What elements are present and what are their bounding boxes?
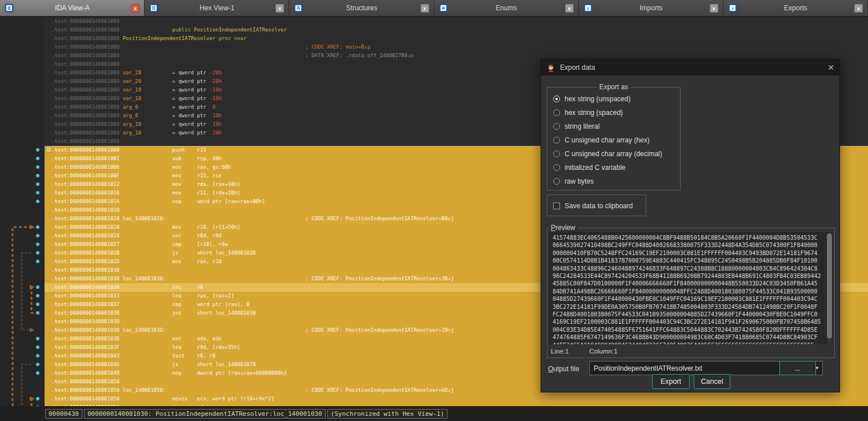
tab-hex-view-1[interactable]: 0Hex View-1x xyxy=(145,0,289,16)
tab-exports[interactable]: ↗Exportsx xyxy=(723,0,868,16)
jump-arrows-graphic xyxy=(0,17,45,406)
clipboard-label: Save data to clipboard xyxy=(565,202,633,210)
clipboard-option[interactable]: Save data to clipboard xyxy=(553,201,633,210)
radio-option-raw-bytes[interactable]: raw bytes xyxy=(553,177,594,186)
export-as-groupbox: Export as hex string (unspaced)hex strin… xyxy=(547,87,681,190)
radio-icon[interactable] xyxy=(553,109,560,116)
exports-icon: ↗ xyxy=(728,3,737,13)
svg-text:≣: ≣ xyxy=(7,5,11,11)
radio-option-hex-string-spaced-[interactable]: hex string (spaced) xyxy=(553,108,623,117)
clipboard-checkbox[interactable] xyxy=(553,202,560,209)
disassembly-line[interactable]: .text:0000000140001000 ; CODE XREF: main… xyxy=(45,43,868,51)
preview-textarea[interactable]: 41574883EC4065488B0425600000004C8BF9488B… xyxy=(549,232,833,344)
disassembly-line[interactable]: .text:0000000140001050 movzx ecx, word p… xyxy=(45,395,868,403)
disassembly-line[interactable]: .text:0000000140001000 PositionIndepende… xyxy=(45,34,868,43)
dialog-title-bar[interactable]: Export data ✕ xyxy=(541,59,839,76)
preview-scrollbar[interactable] xyxy=(827,233,832,347)
cancel-button[interactable]: Cancel xyxy=(694,374,730,389)
browse-button[interactable]: ... xyxy=(779,361,816,375)
tab-label: Hex View-1 xyxy=(162,4,272,12)
dialog-close-icon[interactable]: ✕ xyxy=(827,63,834,72)
tab-label: Exports xyxy=(741,4,851,12)
tab-imports[interactable]: ↓Importsx xyxy=(579,0,723,16)
cursor-position-marker xyxy=(46,146,52,153)
disassembly-line[interactable]: .text:0000000140001000 xyxy=(45,17,868,26)
radio-option-initialized-c-variable[interactable]: initialized C variable xyxy=(553,163,626,172)
ida-window: ≣IDA View-Ax0Hex View-1xAStructuresx≡Enu… xyxy=(0,0,868,421)
export-data-dialog: Export data ✕ Export as hex string (unsp… xyxy=(541,59,840,392)
radio-label: hex string (unspaced) xyxy=(565,95,630,103)
export-button[interactable]: Export xyxy=(652,374,690,389)
status-bar: 000004300000000140001030: PositionIndepe… xyxy=(0,406,868,421)
tab-close-icon[interactable]: x xyxy=(131,4,139,13)
clipboard-groupbox: Save data to clipboard xyxy=(547,194,646,216)
preview-legend: Preview xyxy=(549,224,578,232)
tab-close-icon[interactable]: x xyxy=(275,4,284,13)
tab-label: Enums xyxy=(451,4,562,12)
preview-scrollbar-thumb[interactable] xyxy=(827,233,832,339)
disassembly-line[interactable]: .text:0000000140001000 public PositionIn… xyxy=(45,26,868,34)
radio-label: raw bytes xyxy=(565,177,594,185)
status-cell: 0000000140001030: PositionIndependentIAT… xyxy=(84,409,326,419)
tab-close-icon[interactable]: x xyxy=(854,4,863,13)
export-data-dialog-icon xyxy=(546,63,555,72)
export-as-legend: Export as xyxy=(597,83,631,91)
radio-option-c-unsigned-char-array-decimal-[interactable]: C unsigned char array (decimal) xyxy=(553,149,662,158)
tab-close-icon[interactable]: x xyxy=(565,4,574,13)
radio-label: initialized C variable xyxy=(565,164,626,172)
tab-structures[interactable]: AStructuresx xyxy=(289,0,434,16)
preview-caret-status: Line:1 Column:1 xyxy=(551,346,618,356)
tab-close-icon[interactable]: x xyxy=(710,4,718,13)
radio-icon[interactable] xyxy=(553,178,560,185)
radio-icon[interactable] xyxy=(553,96,560,102)
hex-view-icon: 0 xyxy=(149,3,158,13)
svg-text:A: A xyxy=(297,5,301,11)
output-file-label: Output file xyxy=(548,365,579,373)
status-cell: 00000430 xyxy=(45,409,82,419)
radio-icon[interactable] xyxy=(553,137,560,144)
tab-bar: ≣IDA View-Ax0Hex View-1xAStructuresx≡Enu… xyxy=(0,0,868,17)
svg-text:↗: ↗ xyxy=(731,5,734,11)
status-cell: (Synchronized with Hex View-1) xyxy=(327,409,448,419)
radio-option-c-unsigned-char-array-hex-[interactable]: C unsigned char array (hex) xyxy=(553,136,650,145)
tab-label: Structures xyxy=(306,4,417,12)
preview-groupbox: Preview 41574883EC4065488B0425600000004C… xyxy=(547,228,835,358)
imports-icon: ↓ xyxy=(583,3,593,13)
output-file-input[interactable]: PositionIndependentIATResolver.txt xyxy=(589,361,812,375)
radio-label: C unsigned char array (hex) xyxy=(565,136,650,144)
radio-icon[interactable] xyxy=(553,150,560,157)
radio-icon[interactable] xyxy=(553,164,560,171)
preview-line-indicator: Line:1 xyxy=(551,348,569,355)
tab-close-icon[interactable]: x xyxy=(421,4,429,13)
disassembly-margin xyxy=(0,17,45,406)
radio-label: C unsigned char array (decimal) xyxy=(565,150,662,158)
radio-label: string literal xyxy=(565,122,599,130)
radio-option-string-literal[interactable]: string literal xyxy=(553,122,599,131)
preview-column-indicator: Column:1 xyxy=(589,348,617,355)
tab-label: Imports xyxy=(596,4,706,12)
svg-text:≡: ≡ xyxy=(442,5,445,11)
jump-arrow-thick xyxy=(13,227,34,406)
svg-text:0: 0 xyxy=(152,5,155,11)
svg-text:↓: ↓ xyxy=(586,5,589,11)
ida-view-icon: ≣ xyxy=(5,3,14,13)
radio-option-hex-string-unspaced-[interactable]: hex string (unspaced) xyxy=(553,94,630,104)
enums-icon: ≡ xyxy=(439,3,448,13)
tab-enums[interactable]: ≡Enumsx xyxy=(434,0,579,16)
tab-ida-view-a[interactable]: ≣IDA View-Ax xyxy=(0,0,145,16)
radio-label: hex string (spaced) xyxy=(565,109,623,117)
instruction-dots xyxy=(36,148,39,406)
tab-label: IDA View-A xyxy=(17,4,127,12)
dialog-title: Export data xyxy=(560,63,823,72)
structures-icon: A xyxy=(294,3,303,13)
radio-icon[interactable] xyxy=(553,123,560,130)
